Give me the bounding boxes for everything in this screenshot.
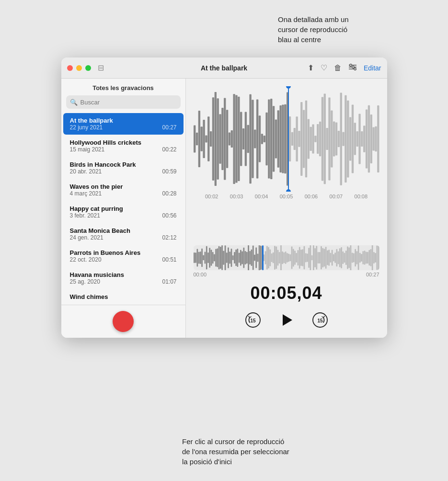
svg-rect-195 — [362, 251, 364, 264]
delete-icon[interactable]: 🗑 — [334, 64, 342, 72]
recording-item-4[interactable]: Happy cat purring 3 febr. 2021 00:56 — [63, 201, 184, 223]
item-duration: 00:56 — [162, 212, 176, 219]
edit-button[interactable]: Editar — [364, 64, 381, 72]
svg-rect-105 — [223, 251, 224, 264]
svg-rect-50 — [296, 116, 298, 161]
svg-rect-8 — [198, 111, 200, 167]
svg-rect-177 — [334, 252, 336, 263]
sidebar-toggle[interactable]: ⊟ — [98, 63, 104, 72]
svg-rect-132 — [264, 251, 266, 264]
svg-rect-70 — [342, 132, 344, 146]
svg-rect-82 — [370, 115, 372, 163]
svg-rect-64 — [328, 98, 330, 181]
record-button[interactable] — [113, 311, 134, 332]
svg-rect-61 — [321, 97, 323, 181]
svg-rect-66 — [333, 122, 335, 157]
svg-rect-35 — [261, 134, 263, 144]
item-meta: 22 juny 2021 00:27 — [70, 124, 177, 131]
share-icon[interactable]: ⬆ — [308, 63, 314, 72]
recording-item-0[interactable]: At the ballpark 22 juny 2021 00:27 — [63, 113, 184, 135]
item-duration: 00:22 — [162, 146, 176, 153]
item-meta: 25 ag. 2020 01:07 — [70, 278, 177, 285]
svg-rect-55 — [307, 119, 309, 159]
svg-rect-117 — [241, 252, 243, 264]
playback-cursor[interactable] — [288, 86, 289, 192]
svg-rect-118 — [243, 248, 244, 268]
svg-rect-205 — [378, 245, 379, 270]
svg-rect-203 — [375, 253, 376, 263]
item-meta: 4 març 2021 00:28 — [70, 190, 177, 197]
svg-rect-101 — [217, 249, 218, 267]
svg-rect-165 — [316, 246, 317, 269]
recordings-list: At the ballpark 22 juny 2021 00:27 Holly… — [61, 113, 185, 305]
item-date: 22 oct. 2020 — [70, 256, 102, 263]
forward-button[interactable]: 15 — [311, 311, 329, 329]
item-date: 24 gen. 2021 — [70, 234, 103, 241]
item-title: Birds in Hancock Park — [70, 161, 177, 168]
svg-rect-100 — [215, 249, 217, 267]
item-meta: 15 maig 2021 00:22 — [70, 146, 177, 153]
svg-rect-48 — [291, 132, 293, 146]
svg-rect-119 — [244, 251, 246, 264]
svg-rect-151 — [294, 251, 296, 265]
toolbar-right: ⬆ ♡ 🗑 Editar — [308, 63, 381, 73]
svg-rect-187 — [350, 245, 351, 270]
item-date: 25 ag. 2020 — [70, 278, 100, 285]
recording-item-5[interactable]: Santa Monica Beach 24 gen. 2021 02:12 — [63, 223, 184, 245]
svg-rect-112 — [234, 252, 235, 263]
title-bar: ⊟ At the ballpark ⬆ ♡ 🗑 Editar — [61, 57, 387, 79]
traffic-lights — [67, 65, 91, 71]
svg-rect-174 — [330, 253, 331, 263]
svg-rect-56 — [310, 127, 311, 151]
waveform-canvas[interactable] — [194, 86, 379, 192]
svg-rect-155 — [300, 250, 302, 266]
recording-item-6[interactable]: Parrots in Buenos Aires 22 oct. 2020 00:… — [63, 245, 184, 267]
svg-rect-143 — [282, 252, 283, 264]
recording-item-1[interactable]: Hollywood Hills crickets 15 maig 2021 00… — [63, 135, 184, 157]
svg-rect-186 — [348, 247, 350, 268]
recording-item-8[interactable]: Wind chimes — [63, 289, 184, 304]
mini-cursor[interactable] — [262, 245, 264, 270]
close-button[interactable] — [67, 65, 73, 71]
svg-rect-156 — [302, 249, 303, 266]
maximize-button[interactable] — [85, 65, 91, 71]
svg-rect-197 — [365, 252, 367, 264]
svg-rect-32 — [254, 130, 256, 149]
play-button[interactable] — [277, 311, 296, 329]
item-date: 3 febr. 2021 — [70, 212, 100, 219]
svg-rect-158 — [305, 253, 306, 263]
sidebar-header: Totes les gravacions — [61, 79, 185, 95]
svg-rect-98 — [212, 252, 213, 263]
minimize-button[interactable] — [76, 65, 82, 71]
svg-rect-201 — [371, 245, 373, 270]
svg-rect-183 — [344, 253, 345, 263]
svg-rect-190 — [355, 249, 356, 267]
svg-rect-152 — [296, 253, 297, 263]
svg-rect-54 — [305, 101, 307, 177]
svg-rect-127 — [257, 254, 258, 262]
recording-item-2[interactable]: Birds in Hancock Park 20 abr. 2021 00:59 — [63, 157, 184, 179]
svg-rect-122 — [249, 251, 251, 264]
svg-rect-171 — [325, 247, 326, 269]
svg-rect-49 — [293, 128, 295, 150]
time-axis: 00:02 00:03 00:04 00:05 00:06 00:07 00:0… — [194, 192, 379, 203]
favorite-icon[interactable]: ♡ — [321, 63, 327, 72]
recording-item-3[interactable]: Waves on the pier 4 març 2021 00:28 — [63, 179, 184, 201]
search-input[interactable] — [80, 99, 177, 106]
svg-rect-129 — [260, 246, 262, 270]
equalizer-icon[interactable] — [348, 63, 357, 73]
waveform-mini[interactable] — [194, 245, 379, 270]
svg-rect-144 — [283, 252, 285, 263]
svg-rect-24 — [235, 95, 237, 183]
svg-rect-97 — [210, 250, 212, 266]
svg-marker-208 — [283, 314, 292, 326]
svg-rect-43 — [279, 105, 281, 172]
rewind-button[interactable]: 15 — [244, 311, 262, 329]
svg-rect-104 — [221, 245, 223, 270]
svg-rect-199 — [368, 250, 370, 266]
recording-item-7[interactable]: Havana musicians 25 ag. 2020 01:07 — [63, 267, 184, 289]
search-bar[interactable]: 🔍 — [66, 95, 181, 109]
mini-waveform-svg — [194, 245, 379, 270]
svg-rect-164 — [314, 248, 316, 267]
svg-rect-128 — [258, 245, 260, 270]
